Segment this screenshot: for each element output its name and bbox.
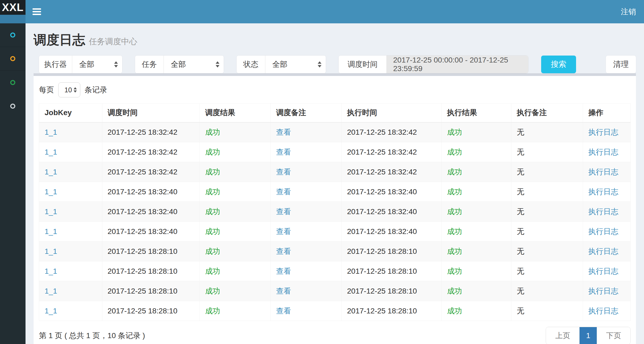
- trigger-msg-link[interactable]: 查看: [276, 168, 291, 176]
- trigger-msg-link[interactable]: 查看: [276, 188, 291, 196]
- app-logo[interactable]: XXL: [0, 0, 26, 15]
- column-header: 执行备注: [511, 104, 583, 122]
- sidebar-item-job-manage[interactable]: [0, 47, 26, 71]
- table-row: 1_12017-12-25 18:28:10成功查看2017-12-25 18:…: [39, 281, 631, 301]
- execution-log-link[interactable]: 执行日志: [588, 188, 618, 196]
- handle-time-cell: 2017-12-25 18:32:40: [342, 202, 442, 222]
- trigger-time: 2017-12-25 18:32:42: [108, 148, 178, 156]
- trigger-msg-link-cell: 查看: [271, 222, 342, 241]
- sidebar-item-executor-manage[interactable]: [0, 94, 26, 118]
- trigger-msg-link[interactable]: 查看: [276, 148, 291, 156]
- trigger-result-cell: 成功: [200, 142, 270, 162]
- trigger-result: 成功: [205, 267, 220, 275]
- handle-msg-cell: 无: [511, 142, 583, 162]
- trigger-msg-link[interactable]: 查看: [276, 287, 291, 295]
- trigger-msg-link-cell: 查看: [271, 202, 342, 222]
- log-panel: 每页 10 条记录 JobKey调度时间调度结果调度备注执行时间执行结果执行备注…: [34, 73, 636, 344]
- handle-msg: 无: [517, 188, 524, 196]
- select-arrows-icon: [74, 87, 77, 93]
- handle-result: 成功: [447, 188, 462, 196]
- execution-log-link-cell: 执行日志: [583, 122, 630, 142]
- handle-result-cell: 成功: [442, 162, 511, 182]
- trigger-msg-link-cell: 查看: [271, 122, 342, 142]
- trigger-time: 2017-12-25 18:28:10: [108, 287, 178, 295]
- execution-log-link-cell: 执行日志: [583, 202, 630, 222]
- jobkey-link[interactable]: 1_1: [45, 307, 57, 315]
- trigger-msg-link[interactable]: 查看: [276, 207, 291, 216]
- execution-log-link[interactable]: 执行日志: [588, 148, 618, 156]
- handle-result: 成功: [447, 128, 462, 136]
- handle-result: 成功: [447, 227, 462, 236]
- trigger-result-cell: 成功: [200, 182, 270, 202]
- jobkey-link[interactable]: 1_1: [45, 168, 57, 176]
- execution-log-link-cell: 执行日志: [583, 142, 630, 162]
- execution-log-link[interactable]: 执行日志: [588, 207, 618, 216]
- trigger-time: 2017-12-25 18:28:10: [108, 247, 178, 255]
- jobkey-link-cell: 1_1: [39, 202, 102, 222]
- next-page-button[interactable]: 下页: [597, 327, 630, 344]
- clear-button[interactable]: 清理: [606, 56, 636, 73]
- handle-time: 2017-12-25 18:28:10: [347, 247, 417, 255]
- page-header: 调度日志任务调度中心: [34, 31, 636, 49]
- jobkey-link[interactable]: 1_1: [45, 267, 57, 275]
- trigger-time-range-input[interactable]: 2017-12-25 00:00:00 - 2017-12-25 23:59:5…: [386, 56, 528, 73]
- execution-log-link[interactable]: 执行日志: [588, 287, 618, 295]
- jobkey-link[interactable]: 1_1: [45, 227, 57, 236]
- trigger-result: 成功: [205, 247, 220, 255]
- trigger-msg-link[interactable]: 查看: [276, 128, 291, 136]
- sidebar-item-dispatch-log[interactable]: [0, 71, 26, 94]
- job-filter-select[interactable]: 全部: [164, 56, 224, 73]
- trigger-result: 成功: [205, 287, 220, 295]
- column-header: 调度时间: [102, 104, 200, 122]
- status-filter-select[interactable]: 全部: [265, 56, 326, 73]
- table-row: 1_12017-12-25 18:32:42成功查看2017-12-25 18:…: [39, 142, 631, 162]
- jobkey-link[interactable]: 1_1: [45, 128, 57, 136]
- column-header: 执行时间: [342, 104, 442, 122]
- trigger-result-cell: 成功: [200, 241, 270, 261]
- handle-time-cell: 2017-12-25 18:32:40: [342, 222, 442, 241]
- handle-time: 2017-12-25 18:28:10: [347, 267, 417, 275]
- trigger-msg-link[interactable]: 查看: [276, 227, 291, 236]
- search-button[interactable]: 搜索: [541, 56, 576, 73]
- sidebar-toggle-icon[interactable]: [31, 5, 42, 18]
- jobkey-link-cell: 1_1: [39, 241, 102, 261]
- trigger-msg-link[interactable]: 查看: [276, 267, 291, 275]
- jobkey-link[interactable]: 1_1: [45, 188, 57, 196]
- table-footer: 第 1 页 ( 总共 1 页，10 条记录 ) 上页 1 下页: [39, 327, 631, 344]
- circle-icon: [10, 104, 15, 109]
- trigger-time: 2017-12-25 18:28:10: [108, 307, 178, 315]
- trigger-time: 2017-12-25 18:32:40: [108, 188, 178, 196]
- trigger-time-cell: 2017-12-25 18:28:10: [102, 281, 200, 301]
- page-size-select[interactable]: 10: [58, 82, 80, 97]
- execution-log-link[interactable]: 执行日志: [588, 227, 618, 236]
- trigger-time-cell: 2017-12-25 18:32:40: [102, 222, 200, 241]
- trigger-msg-link[interactable]: 查看: [276, 307, 291, 315]
- execution-log-link-cell: 执行日志: [583, 301, 630, 321]
- execution-log-link[interactable]: 执行日志: [588, 128, 618, 136]
- trigger-time-cell: 2017-12-25 18:32:42: [102, 122, 200, 142]
- handle-msg-cell: 无: [511, 241, 583, 261]
- handle-msg: 无: [517, 128, 524, 136]
- handle-msg: 无: [517, 148, 524, 156]
- execution-log-link[interactable]: 执行日志: [588, 247, 618, 255]
- top-navbar: XXL 注销: [0, 0, 644, 23]
- handle-time-cell: 2017-12-25 18:32:42: [342, 122, 442, 142]
- trigger-time: 2017-12-25 18:32:40: [108, 207, 178, 216]
- jobkey-link[interactable]: 1_1: [45, 207, 57, 216]
- handle-msg: 无: [517, 168, 524, 176]
- execution-log-link[interactable]: 执行日志: [588, 307, 618, 315]
- handle-msg-cell: 无: [511, 261, 583, 281]
- trigger-time: 2017-12-25 18:32:42: [108, 168, 178, 176]
- trigger-msg-link[interactable]: 查看: [276, 247, 291, 255]
- handle-result-cell: 成功: [442, 142, 511, 162]
- jobkey-link[interactable]: 1_1: [45, 247, 57, 255]
- execution-log-link[interactable]: 执行日志: [588, 267, 618, 275]
- executor-filter-select[interactable]: 全部: [72, 56, 122, 73]
- prev-page-button[interactable]: 上页: [546, 327, 579, 344]
- jobkey-link[interactable]: 1_1: [45, 148, 57, 156]
- current-page-button[interactable]: 1: [579, 327, 597, 344]
- logout-link[interactable]: 注销: [621, 7, 636, 17]
- sidebar-item-dashboard[interactable]: [0, 23, 26, 47]
- execution-log-link[interactable]: 执行日志: [588, 168, 618, 176]
- jobkey-link[interactable]: 1_1: [45, 287, 57, 295]
